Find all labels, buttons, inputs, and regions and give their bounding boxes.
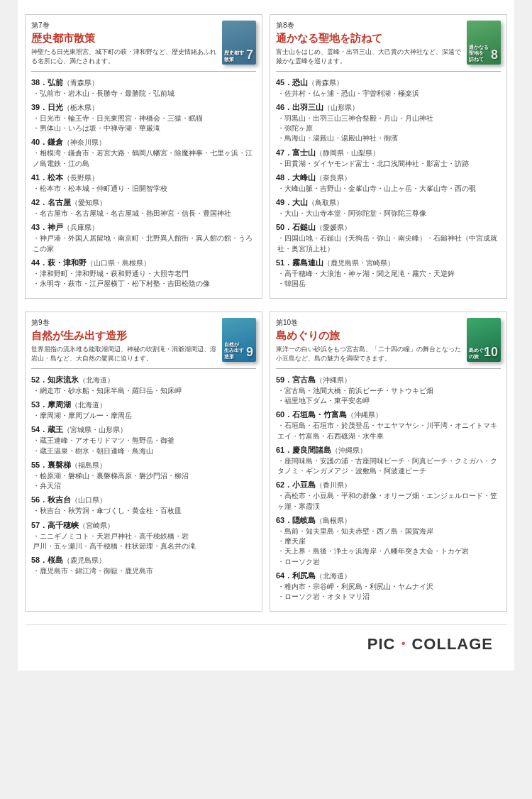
entry-52: 52．知床流氷（北海道） ・網走市・砂水船・知床半島・羅臼岳・知床岬: [31, 375, 256, 396]
entry-42: 42．名古屋（愛知県） ・名古屋市・名古屋城・名古屋城・熱田神宮・信長・豊国神社: [31, 197, 256, 219]
entry-61-title: 61．慶良間諸島（沖縄県）: [276, 445, 501, 456]
vol7-cover: 歴史都市散策 7: [222, 21, 256, 65]
entry-39-detail: ・日光市・輪王寺・日光東照宮・神橋会・三猿・眠猫 ・男体山・いろは坂・中禅寺湖・…: [31, 114, 256, 134]
entry-57: 57．高千穂峡（宮崎県） ・ニニギノミコト・天岩戸神社・高千穂鉄橋・岩 戸川・五…: [31, 520, 256, 552]
vol9-header: 第9巻 自然が生み出す造形 世界屈指の流氷堆る能取湖周辺、神秘の吹割滝・洞爺湖周…: [31, 318, 256, 364]
entry-62: 62．小豆島（香川県） ・高松市・小豆島・平和の群像・オリーブ畑・エンジェルロー…: [276, 480, 501, 512]
footer: PIC・COLLAGE: [25, 624, 507, 663]
entry-55: 55．裏磐梯（福島県） ・桧原湖・磐梯山・裏磐梯高原・磐沙門沼・柳沼 ・弁天沼: [31, 460, 256, 492]
entry-56-detail: ・秋吉台・秋芳洞・傘づくし・黄金柱・百枚皿: [31, 506, 256, 516]
entry-46-title: 46．出羽三山（山形県）: [276, 102, 501, 113]
entry-56-title: 56．秋吉台（山口県）: [31, 495, 256, 505]
entry-46-detail: ・羽黒山・出羽三山三神合祭殿・月山・月山神社 ・弥陀ヶ原 ・鳥海山・湯殿山・湯殿…: [276, 114, 501, 144]
entry-50-title: 50．石鎚山（愛媛県）: [276, 222, 501, 233]
volume-7-block: 第7巻 歴史都市散策 神聖たる日光東照宮、城下町の萩・津和野など、歴史情緒あふれ…: [25, 14, 262, 299]
entry-47-title: 47．富士山（静岡県・山梨県）: [276, 148, 501, 158]
entry-50: 50．石鎚山（愛媛県） ・四国山地・石鎚山（天狗岳・弥山・南尖峰）・石鎚神社（中…: [276, 222, 501, 254]
vol9-label: 第9巻: [31, 318, 218, 328]
volume-8-block: 第8巻 通かなる聖地を訪ねて 富士山をはじめ、霊峰・出羽三山、大己貴の大神社など…: [270, 14, 507, 299]
vol10-separator: [276, 368, 501, 369]
entry-59-detail: ・宮古島・池間大橋・前浜ビーチ・サトウキビ畑 ・福里地下ダム・東平安名岬: [276, 386, 501, 407]
entry-54: 54．蔵王（宮城県・山形県） ・蔵王連峰・アオモリドマツ・熊野岳・御釜 ・蔵王温…: [31, 424, 256, 456]
entry-57-title: 57．高千穂峡（宮崎県）: [31, 520, 256, 531]
vol10-cover-num: 10: [484, 345, 498, 360]
entry-48: 48．大峰山（奈良県） ・大峰山脈・吉野山・金峯山寺・山上ヶ岳・大峯山寺・西の覗: [276, 172, 501, 194]
entry-40-title: 40．鎌倉（神奈川県）: [31, 137, 256, 148]
entry-48-title: 48．大峰山（奈良県）: [276, 172, 501, 183]
entry-44-title: 44．萩・津和野（山口県・島根県）: [31, 258, 256, 268]
entry-63: 63．隠岐島（島根県） ・島前・知夫里島・知夫赤壁・西ノ島・国賀海岸 ・摩天崖 …: [276, 515, 501, 567]
entry-39: 39．日光（栃木県） ・日光市・輪王寺・日光東照宮・神橋会・三猿・眠猫 ・男体山…: [31, 102, 256, 134]
vol9-separator: [31, 368, 256, 369]
entry-43-title: 43．神戸（兵庫県）: [31, 222, 256, 233]
page-wrapper: 第7巻 歴史都市散策 神聖たる日光東照宮、城下町の萩・津和野など、歴史情緒あふれ…: [18, 0, 514, 671]
entry-56: 56．秋吉台（山口県） ・秋吉台・秋芳洞・傘づくし・黄金柱・百枚皿: [31, 495, 256, 516]
entry-51-detail: ・高千穂峰・大浪池・神ヶ湖・関之尾滝・霧穴・天逆鉾 ・韓国岳: [276, 269, 501, 290]
entry-43-detail: ・神戸港・外国人居留地・南京町・北野異人館街・異人館の館・うろこの家: [31, 233, 256, 254]
entry-58-detail: ・鹿児島市・錦江湾・御嶽・鹿児島市: [31, 566, 256, 576]
vol7-header-text: 第7巻 歴史都市散策 神聖たる日光東照宮、城下町の萩・津和野など、歴史情緒あふれ…: [31, 21, 218, 67]
entry-51: 51．霧島連山（鹿児島県・宮崎県） ・高千穂峰・大浪池・神ヶ湖・関之尾滝・霧穴・…: [276, 258, 501, 290]
volume-9-block: 第9巻 自然が生み出す造形 世界屈指の流氷堆る能取湖周辺、神秘の吹割滝・洞爺湖周…: [25, 312, 262, 612]
vol8-cover-inner: 通かなる聖地を訪ねて 8: [467, 21, 501, 65]
entry-50-detail: ・四国山地・石鎚山（天狗岳・弥山・南尖峰）・石鎚神社（中宮成就社・奥宮頂上社）: [276, 233, 501, 254]
vol9-header-text: 第9巻 自然が生み出す造形 世界屈指の流氷堆る能取湖周辺、神秘の吹割滝・洞爺湖周…: [31, 318, 218, 364]
entry-60: 60．石垣島・竹富島（沖縄県） ・石垣島・石垣市・於茂登岳・ヤエヤマヤシ・川平湾…: [276, 409, 501, 441]
vol8-cover-num: 8: [491, 48, 498, 62]
entry-61-detail: ・座間味島・安護の浦・古座間味ビーチ・阿真ビーチ・クミガハ・クタノミ・ギンガメア…: [276, 456, 501, 477]
entry-51-title: 51．霧島連山（鹿児島県・宮崎県）: [276, 258, 501, 268]
entry-49-title: 49．大山（鳥取県）: [276, 197, 501, 208]
entry-41-detail: ・松本市・松本城・仲町通り・旧開智学校: [31, 184, 256, 194]
vol10-header-text: 第10巻 島めぐりの旅 東洋一の白い砂浜をもつ宮古島、「二十四の瞳」の舞台となっ…: [276, 318, 462, 364]
entry-60-detail: ・石垣島・石垣市・於茂登岳・ヤエヤマヤシ・川平湾・オニイトマキエイ・竹富島・石西…: [276, 421, 501, 441]
entry-45-detail: ・佐井村・仏ヶ浦・恐山・宇曽利湖・極楽浜: [276, 89, 501, 99]
entry-42-detail: ・名古屋市・名古屋城・名古屋城・熱田神宮・信長・豊国神社: [31, 209, 256, 219]
entry-59-title: 59．宮古島（沖縄県）: [276, 375, 501, 385]
vol8-header-text: 第8巻 通かなる聖地を訪ねて 富士山をはじめ、霊峰・出羽三山、大己貴の大神社など…: [276, 21, 462, 67]
entry-49-detail: ・大山・大山寺本堂・阿弥陀堂・阿弥陀三尊像: [276, 209, 501, 219]
entry-64-title: 64．利尻島（北海道）: [276, 571, 501, 581]
vol7-header: 第7巻 歴史都市散策 神聖たる日光東照宮、城下町の萩・津和野など、歴史情緒あふれ…: [31, 21, 256, 67]
entry-64-detail: ・稚内市・宗谷岬・利尻島・利尻山・ヤムナイ沢 ・ローソク岩・オタトマリ沼: [276, 582, 501, 602]
vol8-cover: 通かなる聖地を訪ねて 8: [467, 21, 501, 65]
entry-38-title: 38．弘前（青森県）: [31, 77, 256, 88]
entry-55-title: 55．裏磐梯（福島県）: [31, 460, 256, 470]
entry-42-title: 42．名古屋（愛知県）: [31, 197, 256, 208]
entry-52-detail: ・網走市・砂水船・知床半島・羅臼岳・知床岬: [31, 386, 256, 396]
entry-49: 49．大山（鳥取県） ・大山・大山寺本堂・阿弥陀堂・阿弥陀三尊像: [276, 197, 501, 219]
entry-47-detail: ・田貫湖・ダイヤモンド富士・北口浅間神社・影富士・訪跡: [276, 159, 501, 169]
vol10-title: 島めぐりの旅: [276, 329, 462, 343]
vol7-title: 歴史都市散策: [31, 31, 218, 45]
entry-58: 58．桜島（鹿児島県） ・鹿児島市・錦江湾・御嶽・鹿児島市: [31, 555, 256, 576]
entry-60-title: 60．石垣島・竹富島（沖縄県）: [276, 409, 501, 420]
entry-62-title: 62．小豆島（香川県）: [276, 480, 501, 490]
vol7-cover-num: 7: [246, 48, 253, 62]
vol7-desc: 神聖たる日光東照宮、城下町の萩・津和野など、歴史情緒あふれる名所に心、満たされま…: [31, 48, 218, 67]
bottom-row: 第9巻 自然が生み出す造形 世界屈指の流氷堆る能取湖周辺、神秘の吹割滝・洞爺湖周…: [25, 312, 507, 612]
entry-58-title: 58．桜島（鹿児島県）: [31, 555, 256, 566]
entry-53: 53．摩周湖（北海道） ・摩周湖・摩周ブルー・摩周岳: [31, 400, 256, 421]
volume-10-block: 第10巻 島めぐりの旅 東洋一の白い砂浜をもつ宮古島、「二十四の瞳」の舞台となっ…: [270, 312, 507, 612]
vol9-cover: 自然が生み出す造形 9: [222, 318, 256, 362]
entry-39-title: 39．日光（栃木県）: [31, 102, 256, 113]
vol10-cover: 島めぐりの旅 10: [467, 318, 501, 362]
entry-55-detail: ・桧原湖・磐梯山・裏磐梯高原・磐沙門沼・柳沼 ・弁天沼: [31, 471, 256, 492]
vol8-title: 通かなる聖地を訪ねて: [276, 31, 462, 45]
entry-45: 45．恐山（青森県） ・佐井村・仏ヶ浦・恐山・宇曽利湖・極楽浜: [276, 77, 501, 99]
vol8-separator: [276, 71, 501, 72]
entry-59: 59．宮古島（沖縄県） ・宮古島・池間大橋・前浜ビーチ・サトウキビ畑 ・福里地下…: [276, 375, 501, 407]
vol9-title: 自然が生み出す造形: [31, 329, 218, 343]
entry-47: 47．富士山（静岡県・山梨県） ・田貫湖・ダイヤモンド富士・北口浅間神社・影富士…: [276, 148, 501, 169]
vol10-desc: 東洋一の白い砂浜をもつ宮古島、「二十四の瞳」の舞台となった小豆島など、島の魅力を…: [276, 345, 462, 364]
vol8-header: 第8巻 通かなる聖地を訪ねて 富士山をはじめ、霊峰・出羽三山、大己貴の大神社など…: [276, 21, 501, 67]
entry-64: 64．利尻島（北海道） ・稚内市・宗谷岬・利尻島・利尻山・ヤムナイ沢 ・ローソク…: [276, 571, 501, 602]
entry-38: 38．弘前（青森県） ・弘前市・岩木山・長勝寺・最勝院・弘前城: [31, 77, 256, 99]
entry-63-title: 63．隠岐島（島根県）: [276, 515, 501, 526]
entry-44-detail: ・津和野町・津和野城・萩和野通り・大照寺老門 ・永明寺・萩市・江戸屋横丁・松下村…: [31, 269, 256, 290]
vol8-label: 第8巻: [276, 21, 462, 31]
entry-57-detail: ・ニニギノミコト・天岩戸神社・高千穂鉄橋・岩 戸川・五ヶ瀬川・高千穂橋・柱状節理…: [31, 531, 256, 552]
entry-54-title: 54．蔵王（宮城県・山形県）: [31, 424, 256, 435]
entry-41-title: 41．松本（長野県）: [31, 172, 256, 183]
entry-46: 46．出羽三山（山形県） ・羽黒山・出羽三山三神合祭殿・月山・月山神社 ・弥陀ヶ…: [276, 102, 501, 144]
entry-63-detail: ・島前・知夫里島・知夫赤壁・西ノ島・国賀海岸 ・摩天崖 ・天上界・島後・浄土ヶ浜…: [276, 527, 501, 567]
